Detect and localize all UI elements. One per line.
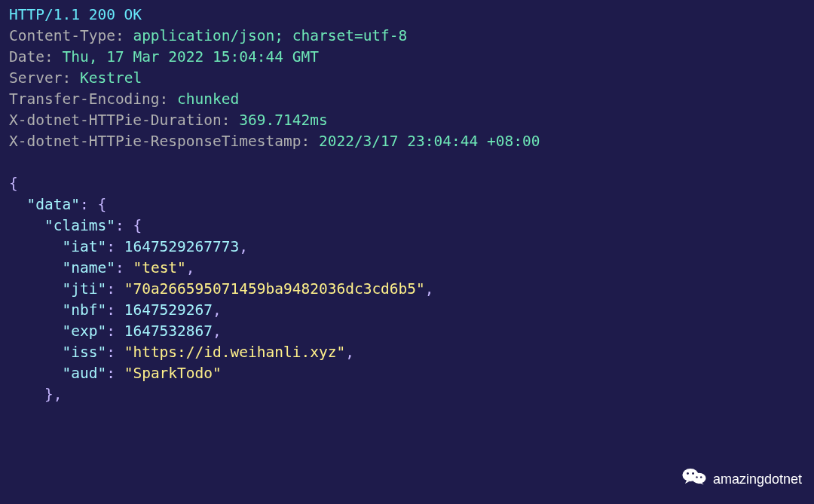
json-key: "jti" bbox=[62, 280, 106, 298]
header-sep: : bbox=[160, 90, 169, 108]
json-key: "nbf" bbox=[62, 301, 106, 319]
wechat-icon bbox=[681, 466, 707, 492]
json-line: "iat": 1647529267773, bbox=[9, 237, 805, 258]
header-value: Thu, 17 Mar 2022 15:04:44 GMT bbox=[62, 48, 318, 66]
header-value: chunked bbox=[177, 90, 239, 108]
svg-point-1 bbox=[692, 473, 705, 484]
header-name: X-dotnet-HTTPie-ResponseTimestamp bbox=[9, 133, 301, 150]
header-sep: : bbox=[115, 27, 124, 44]
json-line: "iss": "https://id.weihanli.xyz", bbox=[9, 342, 805, 363]
svg-point-2 bbox=[687, 472, 689, 475]
header-name: Content-Type bbox=[9, 27, 115, 44]
terminal-output: HTTP/1.1 200 OKContent-Type: application… bbox=[0, 0, 814, 410]
json-line: "data": { bbox=[9, 194, 805, 215]
json-key: "claims" bbox=[44, 217, 115, 234]
status-line-text: HTTP/1.1 200 OK bbox=[9, 6, 142, 23]
header-line: X-dotnet-HTTPie-ResponseTimestamp: 2022/… bbox=[9, 131, 805, 152]
response-headers: HTTP/1.1 200 OKContent-Type: application… bbox=[9, 5, 805, 152]
response-body: { "data": { "claims": { "iat": 164752926… bbox=[9, 173, 805, 405]
json-line: }, bbox=[9, 384, 805, 405]
header-value: 2022/3/17 23:04:44 +08:00 bbox=[319, 133, 540, 150]
json-line: "exp": 1647532867, bbox=[9, 321, 805, 342]
json-line: "name": "test", bbox=[9, 258, 805, 279]
json-key: "iss" bbox=[62, 344, 106, 361]
header-value: application/json; charset=utf-8 bbox=[133, 27, 407, 44]
header-line: Transfer-Encoding: chunked bbox=[9, 89, 805, 110]
svg-point-0 bbox=[682, 469, 698, 481]
json-string: "test" bbox=[133, 259, 185, 276]
json-line: { bbox=[9, 173, 805, 194]
json-string: "https://id.weihanli.xyz" bbox=[124, 344, 346, 361]
json-line: "claims": { bbox=[9, 215, 805, 237]
header-line: Server: Kestrel bbox=[9, 68, 805, 89]
header-name: X-dotnet-HTTPie-Duration bbox=[9, 111, 222, 129]
header-name: Server bbox=[9, 69, 62, 87]
header-sep: : bbox=[44, 48, 54, 66]
status-line: HTTP/1.1 200 OK bbox=[9, 5, 805, 26]
json-number: 1647532867 bbox=[124, 322, 213, 340]
svg-point-5 bbox=[700, 476, 702, 478]
json-number: 1647529267773 bbox=[124, 238, 240, 255]
header-name: Transfer-Encoding bbox=[9, 90, 160, 108]
json-string: "SparkTodo" bbox=[124, 365, 222, 382]
header-value: Kestrel bbox=[80, 69, 142, 87]
header-name: Date bbox=[9, 48, 44, 66]
header-sep: : bbox=[301, 133, 310, 150]
json-key: "iat" bbox=[62, 238, 106, 255]
header-line: Content-Type: application/json; charset=… bbox=[9, 26, 805, 47]
json-key: "aud" bbox=[62, 365, 106, 382]
svg-point-4 bbox=[696, 476, 697, 478]
json-line: "jti": "70a266595071459ba9482036dc3cd6b5… bbox=[9, 279, 805, 300]
svg-point-3 bbox=[692, 472, 694, 475]
header-line: Date: Thu, 17 Mar 2022 15:04:44 GMT bbox=[9, 47, 805, 68]
header-line: X-dotnet-HTTPie-Duration: 369.7142ms bbox=[9, 110, 805, 131]
json-line: "aud": "SparkTodo" bbox=[9, 363, 805, 384]
json-line: "nbf": 1647529267, bbox=[9, 300, 805, 321]
header-sep: : bbox=[222, 111, 231, 129]
header-sep: : bbox=[62, 69, 71, 87]
header-value: 369.7142ms bbox=[239, 111, 327, 129]
json-key: "name" bbox=[62, 259, 115, 276]
json-key: "exp" bbox=[62, 322, 106, 340]
json-number: 1647529267 bbox=[124, 301, 213, 319]
json-string: "70a266595071459ba9482036dc3cd6b5" bbox=[124, 280, 425, 298]
watermark-label: amazingdotnet bbox=[713, 469, 802, 490]
json-key: "data" bbox=[26, 196, 79, 213]
watermark: amazingdotnet bbox=[681, 466, 802, 492]
